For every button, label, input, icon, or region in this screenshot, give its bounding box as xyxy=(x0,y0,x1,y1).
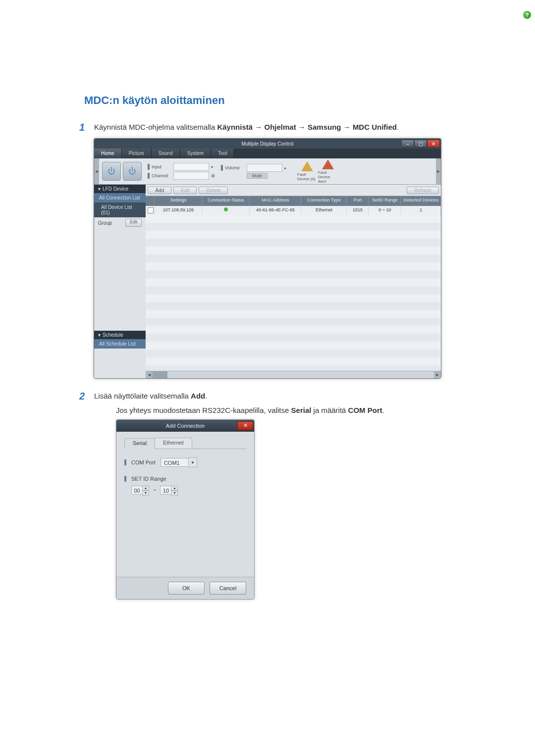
scroll-thumb[interactable] xyxy=(153,371,167,378)
fault-alert-label: Fault Device Alert xyxy=(318,170,338,184)
step-2-text: Lisää näyttölaite valitsemalla Add. xyxy=(94,391,456,402)
channel-label: Channel xyxy=(152,173,171,178)
scroll-right-icon[interactable]: ► xyxy=(434,371,441,378)
sidebar-group-row: Group Edit xyxy=(94,217,146,228)
volume-field[interactable]: Volume ▸ xyxy=(221,164,286,172)
tab-system[interactable]: System xyxy=(180,149,211,158)
delete-button[interactable]: Delete xyxy=(199,187,228,194)
cell-port: 1515 xyxy=(347,206,369,215)
spin-down-icon[interactable]: ▼ xyxy=(142,491,149,496)
add-connection-dialog: Add Connection ✕ Serial Ethernet COM Por… xyxy=(116,419,255,600)
setid-label: SET ID Range xyxy=(131,476,166,482)
col-connection-status[interactable]: Connection Status xyxy=(202,196,250,206)
volume-label: Volume xyxy=(225,165,245,170)
sidebar-group-edit-button[interactable]: Edit xyxy=(125,219,142,227)
scroll-left-icon[interactable]: ◄ xyxy=(146,371,153,378)
fault-alert-icon[interactable]: Fault Device Alert xyxy=(318,159,338,184)
fault-device-label: Fault Device (0) xyxy=(297,172,317,181)
spin-down-icon[interactable]: ▼ xyxy=(171,491,178,496)
toolbar-scroll-right[interactable]: ► xyxy=(436,158,441,184)
table-row[interactable]: 107.108.89.126 40-61-86-4E-FC-65 Etherne… xyxy=(146,206,441,215)
col-port[interactable]: Port xyxy=(347,196,369,206)
tab-tool[interactable]: Tool xyxy=(211,149,234,158)
col-settings[interactable]: Settings xyxy=(155,196,202,206)
sidebar-schedule-header[interactable]: ▾ Schedule xyxy=(94,331,146,339)
cell-mac: 40-61-86-4E-FC-65 xyxy=(250,206,301,215)
chevron-down-icon: ▾ xyxy=(98,186,101,192)
mute-label: Mute xyxy=(247,173,268,179)
comport-select[interactable]: COM1 ▼ xyxy=(160,458,197,467)
edit-button[interactable]: Edit xyxy=(173,187,197,194)
tab-sound[interactable]: Sound xyxy=(152,149,180,158)
refresh-button[interactable]: Refresh xyxy=(407,187,439,194)
ok-button[interactable]: OK xyxy=(168,582,205,595)
tab-serial[interactable]: Serial xyxy=(124,438,155,449)
setid-from-value: 00 xyxy=(131,486,142,495)
step2-suffix: . xyxy=(205,392,207,400)
row-checkbox[interactable] xyxy=(148,207,154,213)
step2s-mid: ja määritä xyxy=(314,406,348,414)
minimize-button[interactable]: – xyxy=(401,140,414,148)
table-header: Settings Connection Status MAC Address C… xyxy=(146,196,441,206)
fault-device-icon[interactable]: Fault Device (0) xyxy=(297,161,317,181)
dialog-footer: OK Cancel xyxy=(116,577,254,599)
step2s-b2: COM Port xyxy=(348,406,382,414)
horizontal-scrollbar[interactable]: ◄ ► xyxy=(146,371,441,378)
spin-up-icon[interactable]: ▲ xyxy=(171,486,178,491)
tab-ethernet[interactable]: Ethernet xyxy=(155,438,192,449)
step2s-prefix: Jos yhteys muodostetaan RS232C-kaapelill… xyxy=(116,406,291,414)
maximize-button[interactable]: ▢ xyxy=(414,140,427,148)
sidebar-all-connection[interactable]: All Connection List xyxy=(94,193,146,202)
cell-setid: 0 ~ 10 xyxy=(369,206,401,215)
spin-up-icon[interactable]: ▲ xyxy=(142,486,149,491)
cell-settings: 107.108.89.126 xyxy=(155,206,202,215)
bar-icon xyxy=(221,165,223,171)
tab-home[interactable]: Home xyxy=(94,149,122,158)
input-label: Input xyxy=(152,164,171,169)
col-connection-type[interactable]: Connection Type xyxy=(301,196,347,206)
step-2-subtext: Jos yhteys muodostetaan RS232C-kaapelill… xyxy=(116,406,456,414)
bar-icon xyxy=(124,459,126,465)
step1-k4: MDC Unified xyxy=(353,123,397,131)
power-off-icon[interactable]: ⏻ xyxy=(123,162,142,181)
channel-field[interactable]: Channel ⦿ xyxy=(148,172,215,180)
step-1-text: Käynnistä MDC-ohjelma valitsemalla Käynn… xyxy=(94,122,456,133)
add-button[interactable]: Add xyxy=(148,187,171,194)
sidebar-all-schedule[interactable]: All Schedule List xyxy=(94,339,146,349)
input-field[interactable]: Input ▾ xyxy=(148,163,215,171)
sidebar-all-device-list[interactable]: All Device List (01) xyxy=(94,202,146,217)
action-row: Add Edit Delete Refresh xyxy=(146,185,441,196)
mdc-sidebar: ▾ LFD Device All Connection List All Dev… xyxy=(94,185,146,378)
bar-icon xyxy=(148,173,150,179)
bar-icon xyxy=(148,164,150,170)
step-1-number: 1 xyxy=(79,122,94,133)
col-setid[interactable]: SetID Range xyxy=(369,196,401,206)
col-detected[interactable]: Detected Devices xyxy=(401,196,441,206)
close-button[interactable]: ✕ xyxy=(427,140,440,148)
step2-bold: Add xyxy=(191,392,205,400)
cancel-button[interactable]: Cancel xyxy=(210,582,246,595)
power-on-icon[interactable]: ⏻ xyxy=(102,162,121,181)
step1-prefix: Käynnistä MDC-ohjelma valitsemalla xyxy=(94,123,217,131)
mute-field[interactable]: Mute xyxy=(221,173,286,179)
step1-k1: Käynnistä xyxy=(217,123,253,131)
tab-picture[interactable]: Picture xyxy=(122,149,152,158)
toolbar-scroll-left[interactable]: ◄ xyxy=(94,158,99,184)
setid-to-spinner[interactable]: 10 ▲▼ xyxy=(160,486,178,495)
dialog-tabs: Serial Ethernet xyxy=(124,438,246,449)
step-2: 2 Lisää näyttölaite valitsemalla Add. xyxy=(79,391,456,402)
dialog-title: Add Connection xyxy=(166,423,205,429)
step2s-b1: Serial xyxy=(291,406,312,414)
mdc-title: Multiple Display Control xyxy=(241,141,293,147)
dialog-close-button[interactable]: ✕ xyxy=(237,421,253,430)
sidebar-group-label: Group xyxy=(98,220,112,226)
setid-from-spinner[interactable]: 00 ▲▼ xyxy=(131,486,149,495)
sidebar-schedule-label: Schedule xyxy=(103,332,123,338)
mdc-main-window: Multiple Display Control – ▢ ✕ ? Home Pi… xyxy=(94,138,441,379)
col-mac[interactable]: MAC Address xyxy=(250,196,301,206)
step1-arrow2: → xyxy=(298,123,308,131)
mdc-menubar: Home Picture Sound System Tool xyxy=(94,149,441,158)
step1-arrow1: → xyxy=(255,123,264,131)
chevron-down-icon: ▾ xyxy=(98,332,101,338)
sidebar-lfd-header[interactable]: ▾ LFD Device xyxy=(94,185,146,193)
